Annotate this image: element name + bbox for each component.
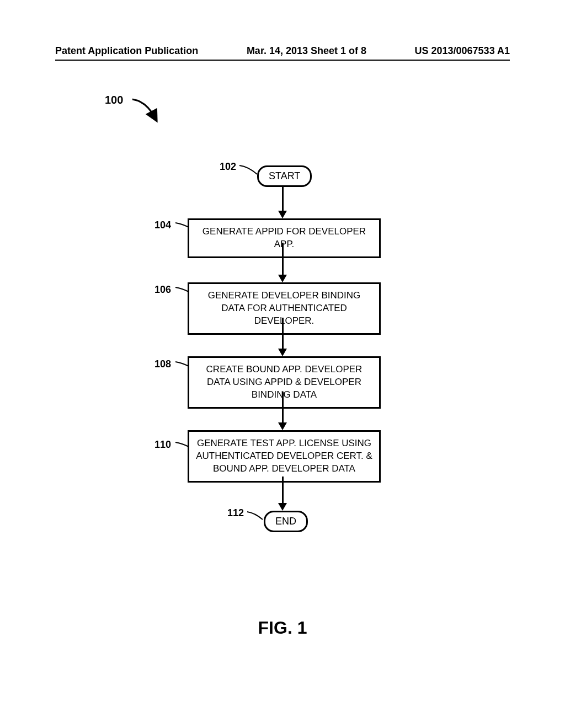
ref-104: 104 [154, 220, 171, 231]
arrow-5 [278, 503, 287, 511]
header-center: Mar. 14, 2013 Sheet 1 of 8 [247, 45, 366, 57]
step-104-box: GENERATE APPID FOR DEVELOPER APP. [188, 218, 381, 258]
step-108-box: CREATE BOUND APP. DEVELOPER DATA USING A… [188, 356, 381, 409]
flowchart-diagram: 100 102 START 104 GENERATE APPID FOR DEV… [0, 77, 565, 629]
lead-112 [246, 511, 266, 522]
figure-caption: FIG. 1 [0, 618, 565, 638]
arrow-1 [278, 211, 287, 218]
arrow-4 [278, 422, 287, 430]
header-left: Patent Application Publication [55, 45, 198, 57]
arrow-3 [278, 349, 287, 356]
connector-1 [282, 185, 284, 212]
connector-4 [282, 392, 284, 424]
end-terminal: END [264, 511, 308, 532]
header-right: US 2013/0067533 A1 [415, 45, 510, 57]
ref-102: 102 [220, 161, 236, 173]
ref-106: 106 [154, 284, 171, 296]
ref-100-arrow [130, 95, 163, 125]
step-106-box: GENERATE DEVELOPER BINDING DATA FOR AUTH… [188, 282, 381, 335]
arrow-2 [278, 275, 287, 282]
header-divider [55, 60, 510, 61]
start-terminal: START [257, 165, 312, 187]
ref-110: 110 [154, 439, 171, 451]
connector-3 [282, 318, 284, 350]
connector-2 [282, 243, 284, 276]
ref-100: 100 [105, 94, 123, 106]
step-110-box: GENERATE TEST APP. LICENSE USING AUTHENT… [188, 430, 381, 483]
connector-5 [282, 477, 284, 504]
ref-112: 112 [227, 507, 244, 519]
ref-108: 108 [154, 358, 171, 370]
